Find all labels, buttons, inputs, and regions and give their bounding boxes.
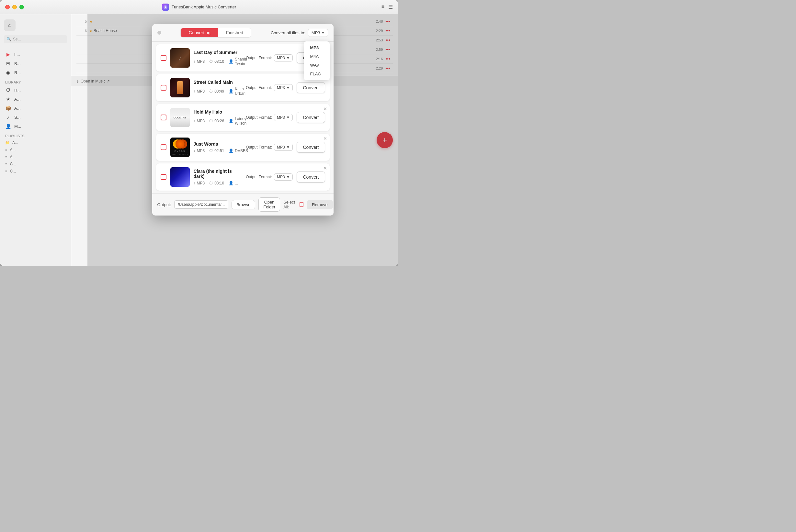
song-checkbox-1[interactable] <box>161 55 166 61</box>
format-dropdown-arrow-5: ▼ <box>286 175 290 179</box>
menu-icon[interactable]: ☰ <box>388 4 393 10</box>
playlist-list-icon: ≡ <box>5 148 7 152</box>
song-artist-3: 👤 Lainey Wilson <box>229 116 246 126</box>
sidebar-label-songs: S... <box>14 115 21 120</box>
song-album-art-3: COUNTRY <box>170 108 190 127</box>
keith-urban-art <box>170 78 190 97</box>
sidebar-item-mv[interactable]: 👤 M... <box>0 122 71 131</box>
remove-button[interactable]: Remove <box>307 200 333 209</box>
clock-icon-3: ⏱ <box>209 119 213 123</box>
playlist-list-icon-4: ≡ <box>5 169 7 173</box>
converter-footer: Output: /Users/apple/Documents/... Brows… <box>152 193 334 215</box>
sidebar-item-listen[interactable]: ▶ L... <box>0 50 71 59</box>
output-label: Output: <box>158 202 171 207</box>
global-format-select[interactable]: MP3 ▼ <box>308 29 328 37</box>
song-album-art-5 <box>170 167 190 187</box>
song-info-5: Clara (the night is dark) ♪ MP3 ⏱ 03:10 <box>194 169 242 186</box>
sidebar-playlist-5[interactable]: ≡ C... <box>0 168 71 175</box>
footer-right: Select All: Remove Convert All <box>283 197 333 212</box>
format-btn-2[interactable]: MP3 ▼ <box>274 84 293 91</box>
song-checkbox-4[interactable] <box>161 144 166 150</box>
song-close-3[interactable]: ✕ <box>323 107 327 111</box>
song-duration-2: ⏱ 03:49 <box>209 89 224 94</box>
output-format-label-5: Output Format: <box>246 175 272 179</box>
format-option-mp3[interactable]: MP3 <box>304 43 330 52</box>
playlist-folder-icon: 📁 <box>5 141 10 145</box>
sidebar-playlist-2[interactable]: ≡ A... <box>0 146 71 153</box>
sidebar-item-artists[interactable]: ★ A... <box>0 95 71 103</box>
sidebar-search[interactable]: 🔍 Se... <box>4 35 67 43</box>
converter-overlay: Converting Finished Convert all files to… <box>88 14 398 266</box>
convert-button-5[interactable]: Convert <box>297 171 325 183</box>
sidebar-label-albums: A... <box>14 106 21 111</box>
song-close-5[interactable]: ✕ <box>323 166 327 171</box>
song-album-art-2 <box>170 78 190 97</box>
dvbbs-art: DVBBS JUST WORDS <box>170 137 190 157</box>
convert-button-3[interactable]: Convert <box>297 112 325 123</box>
sidebar-item-songs[interactable]: ♪ S... <box>0 113 71 122</box>
song-duration-4: ⏱ 02:51 <box>209 149 224 153</box>
title-bar-right: ≡ ☰ <box>382 4 393 10</box>
convert-button-2[interactable]: Convert <box>297 82 325 93</box>
song-info-2: Street Called Main ♪ MP3 ⏱ 03:49 <box>194 80 242 96</box>
sidebar-playlist-4[interactable]: ≡ C... <box>0 160 71 168</box>
format-btn-4[interactable]: MP3 ▼ <box>274 144 293 151</box>
output-format-label-1: Output Format: <box>246 56 272 60</box>
albums-icon: 📦 <box>5 105 11 111</box>
sidebar-home-button[interactable]: ⌂ <box>4 19 16 31</box>
browse-icon: ⊞ <box>5 60 11 66</box>
person-icon: 👤 <box>229 59 234 64</box>
minimize-button[interactable] <box>12 5 17 10</box>
format-option-flac[interactable]: FLAC <box>304 70 330 78</box>
convert-all-files-selector: Convert all files to: MP3 ▼ <box>271 29 328 37</box>
open-folder-button[interactable]: Open Folder <box>258 197 280 212</box>
maximize-button[interactable] <box>19 5 24 10</box>
format-btn-5[interactable]: MP3 ▼ <box>274 173 293 180</box>
format-btn-3[interactable]: MP3 ▼ <box>274 114 293 121</box>
person-icon-2: 👤 <box>229 89 234 94</box>
song-checkbox-5[interactable] <box>161 174 166 180</box>
lainey-wilson-art: COUNTRY <box>170 108 190 127</box>
sidebar-item-recently-added[interactable]: ⏱ R... <box>0 86 71 95</box>
song-title-5: Clara (the night is dark) <box>194 169 242 179</box>
song-checkbox-2[interactable] <box>161 85 166 91</box>
song-card-5: ✕ Clara (the night is dark) ♪ M <box>156 164 330 191</box>
format-option-wav[interactable]: WAV <box>304 61 330 70</box>
sidebar-item-browse[interactable]: ⊞ B... <box>0 59 71 68</box>
song-title-1: Last Day of Summer <box>194 50 242 55</box>
song-artist-1: 👤 Shania Twain <box>229 57 247 66</box>
output-path-display: /Users/apple/Documents/... <box>174 200 228 209</box>
select-all-checkbox[interactable] <box>299 202 303 207</box>
sidebar-label-artists: A... <box>14 97 21 101</box>
song-meta-5: ♪ MP3 ⏱ 03:10 👤 ... <box>194 181 242 186</box>
person-icon-5: 👤 <box>229 181 234 186</box>
song-title-2: Street Called Main <box>194 80 242 85</box>
close-button[interactable] <box>5 5 10 10</box>
convert-button-4[interactable]: Convert <box>297 142 325 153</box>
converter-header: Converting Finished Convert all files to… <box>152 24 334 42</box>
format-dropdown-menu: MP3 M4A WAV FLAC <box>304 41 330 80</box>
tab-converting[interactable]: Converting <box>181 28 218 37</box>
format-option-m4a[interactable]: M4A <box>304 52 330 61</box>
sidebar-playlist-3[interactable]: ≡ A... <box>0 153 71 160</box>
sidebar-item-radio[interactable]: ◉ R... <box>0 68 71 77</box>
traffic-lights <box>5 5 24 10</box>
sidebar-item-albums[interactable]: 📦 A... <box>0 103 71 113</box>
playlist-icon[interactable]: ≡ <box>382 4 384 10</box>
browse-button[interactable]: Browse <box>232 200 255 209</box>
sidebar-item-label-browse: B... <box>14 61 21 66</box>
playlist-list-icon-3: ≡ <box>5 162 7 166</box>
song-close-4[interactable]: ✕ <box>323 136 327 141</box>
song-artist-5: 👤 ... <box>229 181 238 186</box>
song-meta-1: ♪ MP3 ⏱ 03:10 👤 Shania <box>194 57 242 66</box>
format-btn-1[interactable]: MP3 ▼ <box>274 54 293 61</box>
song-checkbox-3[interactable] <box>161 115 166 120</box>
song-format-4: ♪ MP3 <box>194 149 205 153</box>
sidebar-playlist-1[interactable]: 📁 A... <box>0 139 71 146</box>
tab-finished[interactable]: Finished <box>218 28 251 37</box>
app-body: ⌂ 🔍 Se... ▶ L... ⊞ B... ◉ R... Libr <box>0 14 398 266</box>
tab-group: Converting Finished <box>180 28 251 38</box>
sidebar-label-recently-added: R... <box>14 88 21 93</box>
song-format-select-1: Output Format: MP3 ▼ <box>246 54 293 61</box>
search-icon: 🔍 <box>6 37 11 41</box>
